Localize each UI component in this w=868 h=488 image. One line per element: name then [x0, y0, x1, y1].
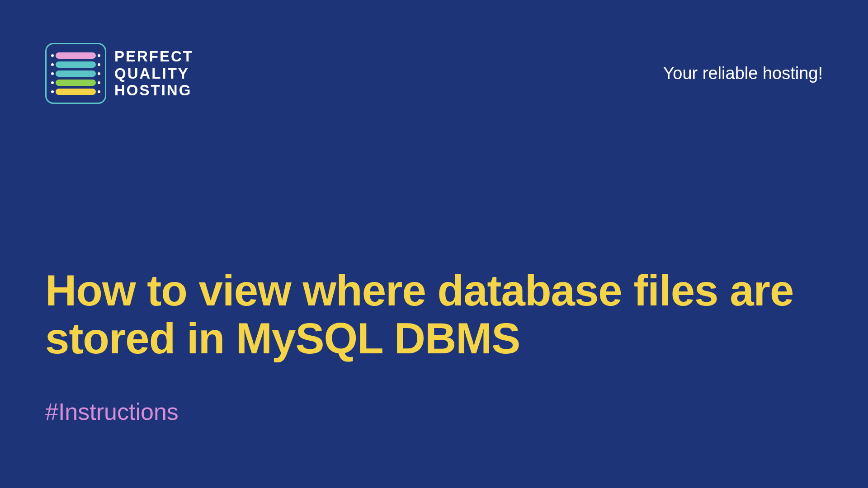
- header: PERFECT QUALITY HOSTING Your reliable ho…: [45, 43, 823, 104]
- logo-line-1: PERFECT: [114, 48, 193, 65]
- logo-line-3: HOSTING: [114, 82, 193, 99]
- logo-icon: [45, 43, 106, 104]
- logo-line-2: QUALITY: [114, 65, 193, 82]
- hashtag: #Instructions: [45, 398, 823, 425]
- logo: PERFECT QUALITY HOSTING: [45, 43, 193, 104]
- logo-text: PERFECT QUALITY HOSTING: [114, 48, 193, 99]
- tagline: Your reliable hosting!: [663, 64, 823, 83]
- content: How to view where database files are sto…: [45, 267, 823, 425]
- page-title: How to view where database files are sto…: [45, 267, 823, 362]
